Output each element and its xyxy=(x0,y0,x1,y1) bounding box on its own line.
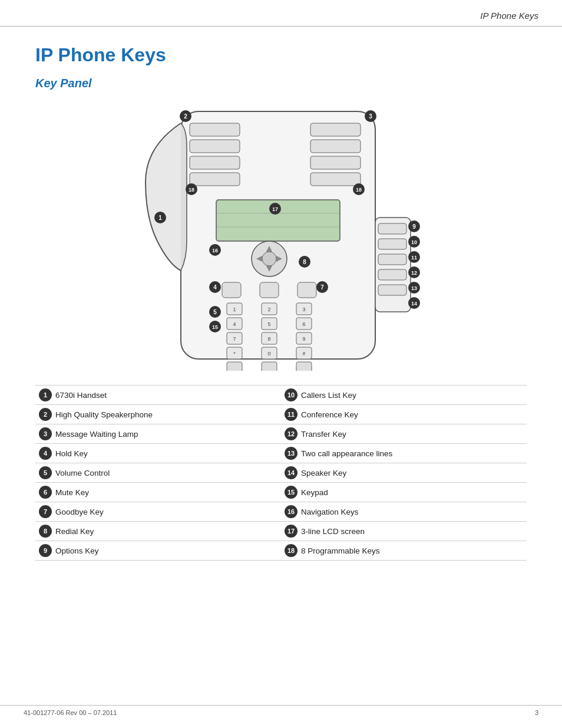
svg-text:*: * xyxy=(233,351,236,357)
svg-text:12: 12 xyxy=(411,270,417,276)
legend-cell-left: 9Options Key xyxy=(35,541,281,561)
legend-label: 6730i Handset xyxy=(55,391,107,400)
svg-text:7: 7 xyxy=(233,336,236,342)
page-title: IP Phone Keys xyxy=(35,44,527,66)
svg-point-14 xyxy=(262,252,276,266)
svg-text:11: 11 xyxy=(411,255,417,261)
svg-text:2: 2 xyxy=(267,307,270,312)
content-area: IP Phone Keys Key Panel xyxy=(0,27,562,578)
svg-text:9: 9 xyxy=(302,336,305,342)
svg-text:16: 16 xyxy=(212,248,218,253)
legend-num-badge: 7 xyxy=(39,505,52,518)
legend-label: Callers List Key xyxy=(301,391,356,400)
legend-label: Goodbye Key xyxy=(55,508,104,516)
legend-cell-right: 188 Programmable Keys xyxy=(281,541,527,561)
legend-row: 9Options Key188 Programmable Keys xyxy=(35,541,527,561)
legend-num-badge: 8 xyxy=(39,525,52,538)
svg-text:1: 1 xyxy=(158,215,162,221)
legend-row: 4Hold Key13Two call appearance lines xyxy=(35,444,527,463)
svg-text:2: 2 xyxy=(184,113,187,120)
legend-cell-left: 16730i Handset xyxy=(35,386,281,405)
legend-num-badge: 15 xyxy=(285,486,297,499)
legend-cell-right: 13Two call appearance lines xyxy=(281,444,527,463)
svg-rect-35 xyxy=(262,362,277,371)
legend-label: Message Waiting Lamp xyxy=(55,430,138,439)
legend-label: Options Key xyxy=(55,546,99,555)
legend-label: Navigation Keys xyxy=(301,508,359,516)
legend-label: 8 Programmable Keys xyxy=(301,546,380,555)
legend-label: Keypad xyxy=(301,488,328,497)
legend-num-badge: 13 xyxy=(285,447,297,460)
svg-rect-7 xyxy=(310,140,361,153)
legend-label: 3-line LCD screen xyxy=(301,527,365,536)
svg-rect-8 xyxy=(310,156,361,169)
svg-text:5: 5 xyxy=(267,321,270,327)
svg-text:14: 14 xyxy=(411,301,417,307)
legend-table: 16730i Handset10Callers List Key2High Qu… xyxy=(35,385,527,561)
svg-rect-9 xyxy=(310,173,361,186)
legend-row: 5Volume Control14Speaker Key xyxy=(35,463,527,483)
phone-svg: 1 2 3 4 5 6 xyxy=(128,100,434,371)
legend-num-badge: 1 xyxy=(39,388,52,401)
page-footer: 41-001277-06 Rev 00 – 07.2011 3 xyxy=(0,705,562,716)
svg-text:9: 9 xyxy=(412,223,416,230)
legend-num-badge: 17 xyxy=(285,525,297,538)
legend-cell-right: 10Callers List Key xyxy=(281,386,527,405)
legend-num-badge: 18 xyxy=(285,544,297,557)
legend-num-badge: 11 xyxy=(285,408,297,421)
legend-label: Hold Key xyxy=(55,449,88,458)
svg-text:#: # xyxy=(302,351,305,357)
phone-diagram: 1 2 3 4 5 6 xyxy=(35,100,527,371)
legend-row: 8Redial Key173-line LCD screen xyxy=(35,522,527,541)
legend-cell-left: 7Goodbye Key xyxy=(35,502,281,522)
legend-num-badge: 9 xyxy=(39,544,52,557)
svg-text:0: 0 xyxy=(267,351,270,357)
legend-num-badge: 4 xyxy=(39,447,52,460)
legend-cell-right: 16Navigation Keys xyxy=(281,502,527,522)
legend-cell-right: 173-line LCD screen xyxy=(281,522,527,541)
legend-num-badge: 5 xyxy=(39,466,52,479)
legend-cell-left: 8Redial Key xyxy=(35,522,281,541)
svg-rect-5 xyxy=(190,173,240,186)
svg-text:5: 5 xyxy=(213,309,217,315)
svg-rect-21 xyxy=(297,282,316,298)
svg-text:3: 3 xyxy=(369,113,372,120)
header-title: IP Phone Keys xyxy=(480,11,538,21)
legend-num-badge: 10 xyxy=(285,388,297,401)
legend-num-badge: 14 xyxy=(285,466,297,479)
legend-label: Conference Key xyxy=(301,410,358,419)
legend-row: 3Message Waiting Lamp12Transfer Key xyxy=(35,424,527,444)
legend-cell-right: 14Speaker Key xyxy=(281,463,527,483)
legend-label: Redial Key xyxy=(55,527,94,536)
svg-text:8: 8 xyxy=(303,259,306,265)
svg-text:4: 4 xyxy=(233,321,236,327)
legend-row: 16730i Handset10Callers List Key xyxy=(35,386,527,405)
legend-cell-left: 3Message Waiting Lamp xyxy=(35,424,281,444)
legend-num-badge: 16 xyxy=(285,505,297,518)
svg-rect-36 xyxy=(296,362,312,371)
svg-text:13: 13 xyxy=(411,285,417,291)
legend-label: High Quality Speakerphone xyxy=(55,410,153,419)
legend-cell-left: 5Volume Control xyxy=(35,463,281,483)
svg-text:3: 3 xyxy=(302,307,305,312)
svg-rect-34 xyxy=(227,362,242,371)
legend-num-badge: 2 xyxy=(39,408,52,421)
legend-cell-left: 6Mute Key xyxy=(35,483,281,502)
legend-row: 6Mute Key15Keypad xyxy=(35,483,527,502)
doc-id: 41-001277-06 Rev 00 – 07.2011 xyxy=(24,709,117,716)
svg-rect-38 xyxy=(378,239,406,249)
legend-cell-right: 11Conference Key xyxy=(281,405,527,424)
legend-num-badge: 12 xyxy=(285,427,297,440)
svg-rect-37 xyxy=(378,223,406,234)
legend-cell-left: 4Hold Key xyxy=(35,444,281,463)
legend-cell-right: 15Keypad xyxy=(281,483,527,502)
svg-rect-39 xyxy=(378,254,406,265)
svg-text:4: 4 xyxy=(213,284,217,291)
legend-num-badge: 3 xyxy=(39,427,52,440)
svg-rect-6 xyxy=(310,123,361,136)
svg-text:6: 6 xyxy=(302,321,305,327)
legend-label: Transfer Key xyxy=(301,430,346,439)
svg-rect-4 xyxy=(190,156,240,169)
svg-rect-3 xyxy=(190,140,240,153)
svg-text:15: 15 xyxy=(212,324,218,330)
